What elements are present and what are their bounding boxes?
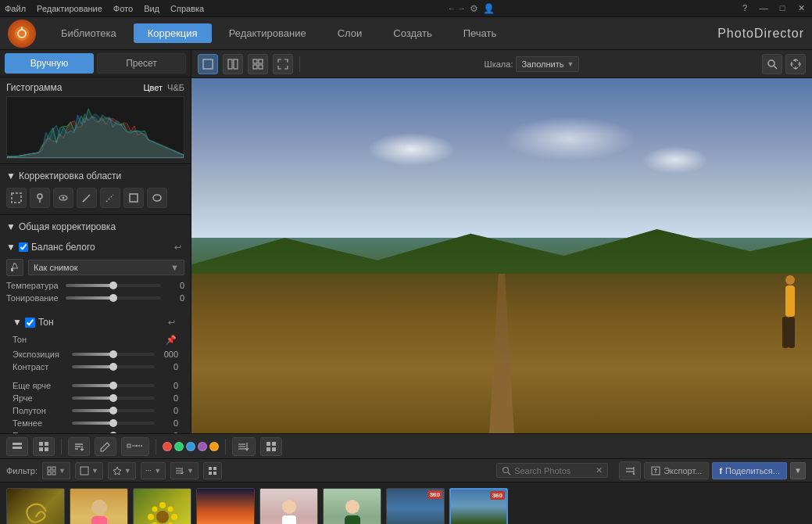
- menu-file[interactable]: Файл: [5, 4, 26, 13]
- view-fullscreen-btn[interactable]: [273, 54, 293, 74]
- corr-tool-brush[interactable]: [30, 188, 50, 208]
- thumb-girl1[interactable]: [70, 488, 128, 525]
- scale-label: Шкала:: [485, 59, 513, 69]
- close-btn[interactable]: ✕: [795, 3, 807, 13]
- tone-header[interactable]: ▼ Тон ↩: [13, 312, 178, 332]
- search-box[interactable]: ✕: [496, 463, 608, 478]
- corr-tool-pen2[interactable]: [100, 188, 120, 208]
- corr-tool-rect[interactable]: [123, 188, 144, 208]
- tab-preset[interactable]: Пресет: [97, 53, 186, 74]
- svg-point-75: [282, 500, 296, 514]
- histogram-mode-bw[interactable]: Ч&Б: [167, 83, 184, 92]
- tone-toggle[interactable]: [25, 318, 35, 328]
- filter-btn2[interactable]: [121, 437, 149, 456]
- svg-rect-33: [39, 447, 43, 451]
- general-header[interactable]: ▼ Общая корректировка: [6, 218, 184, 235]
- contrast-slider[interactable]: [72, 365, 155, 368]
- thumb-panorama[interactable]: 360: [449, 488, 508, 525]
- tab-layers[interactable]: Слои: [324, 23, 377, 43]
- thumb-woman[interactable]: [323, 488, 381, 525]
- export-btn[interactable]: Экспорт...: [644, 462, 709, 479]
- minimize-btn[interactable]: —: [757, 3, 770, 13]
- tab-correction[interactable]: Коррекция: [134, 23, 212, 43]
- svg-rect-78: [345, 515, 360, 525]
- maximize-btn[interactable]: □: [776, 3, 789, 13]
- search-clear-icon[interactable]: ✕: [596, 465, 603, 476]
- tab-editing[interactable]: Редактирование: [215, 23, 320, 43]
- menu-view[interactable]: Вид: [144, 4, 159, 13]
- dark-slider[interactable]: [72, 422, 155, 425]
- filmstrip-grid-view[interactable]: [33, 437, 55, 456]
- main-image-area[interactable]: [191, 78, 812, 433]
- histogram-canvas: [6, 96, 184, 159]
- search-input[interactable]: [514, 466, 592, 476]
- corr-tool-eye[interactable]: [53, 188, 73, 208]
- thumb-sunset[interactable]: [196, 488, 255, 525]
- menu-help[interactable]: Справка: [170, 4, 204, 13]
- help-btn[interactable]: ?: [739, 3, 751, 13]
- tone-reset[interactable]: ↩: [164, 315, 178, 329]
- wb-eyedropper[interactable]: [6, 259, 23, 276]
- histogram-mode-color[interactable]: Цвет: [143, 83, 163, 92]
- white-balance-toggle[interactable]: [19, 242, 28, 252]
- view-grid-btn[interactable]: [248, 54, 268, 74]
- view-single-btn[interactable]: [198, 54, 218, 74]
- color-dot-green[interactable]: [174, 442, 184, 451]
- area-correction-header[interactable]: ▼ Корректировка области: [6, 167, 184, 185]
- tab-manual[interactable]: Вручную: [5, 53, 94, 74]
- filter-star-btn[interactable]: ▼: [108, 462, 136, 479]
- edit-btn[interactable]: [95, 437, 116, 456]
- svg-rect-3: [12, 193, 21, 203]
- toolbar-sep3: [156, 439, 156, 454]
- white-balance-collapse[interactable]: ▼: [6, 242, 16, 253]
- tab-create[interactable]: Создать: [379, 23, 445, 43]
- tab-print[interactable]: Печать: [449, 23, 511, 43]
- exposure-slider[interactable]: [72, 353, 155, 356]
- scale-select[interactable]: Заполнить ▼: [516, 56, 579, 72]
- tone-collapse[interactable]: ▼: [13, 317, 22, 328]
- color-dot-purple[interactable]: [198, 442, 207, 451]
- thumb-girl2[interactable]: [259, 488, 318, 525]
- corr-tool-ellipse[interactable]: [147, 188, 167, 208]
- color-dot-blue[interactable]: [186, 442, 195, 451]
- view-compare-btn[interactable]: [223, 54, 243, 74]
- thumb-size-btn[interactable]: [260, 437, 282, 456]
- window-controls[interactable]: ? — □ ✕: [739, 3, 807, 13]
- share-dropdown[interactable]: ▼: [790, 462, 806, 479]
- svg-rect-34: [45, 447, 48, 451]
- tone-pin[interactable]: 📌: [164, 332, 178, 346]
- color-dot-red[interactable]: [163, 442, 172, 451]
- menu-photo[interactable]: Фото: [113, 4, 133, 13]
- settings-icon[interactable]: [619, 461, 641, 480]
- thumb-sunflower[interactable]: [133, 488, 191, 525]
- toolbar-sep: [299, 56, 300, 72]
- color-dot-yellow[interactable]: [209, 442, 219, 451]
- thumb-spiral[interactable]: [6, 488, 65, 525]
- wb-preset-select[interactable]: Как снимок ▼: [28, 260, 184, 275]
- white-balance-reset[interactable]: ↩: [170, 240, 184, 254]
- corr-tool-select[interactable]: [6, 188, 27, 208]
- white-balance-title: Баланс белого: [31, 242, 95, 253]
- filter-more-btn[interactable]: ··· ▼: [141, 462, 166, 479]
- menu-edit[interactable]: Редактирование: [37, 4, 102, 13]
- share-btn[interactable]: f Поделиться...: [712, 462, 787, 479]
- menu-bar[interactable]: Файл Редактирование Фото Вид Справка: [5, 4, 204, 13]
- brighter-slider[interactable]: [72, 384, 155, 387]
- filter-flag-btn[interactable]: ▼: [75, 462, 103, 479]
- temp-slider[interactable]: [66, 284, 161, 287]
- midtone-slider[interactable]: [72, 409, 155, 412]
- filter-sort-btn[interactable]: ▼: [170, 462, 199, 479]
- filter-type-btn[interactable]: ▼: [42, 462, 70, 479]
- image-toolbar: Шкала: Заполнить ▼: [191, 50, 812, 78]
- thumb-landscape[interactable]: 360: [386, 488, 445, 525]
- bright-slider[interactable]: [72, 397, 155, 400]
- filmstrip-list-view[interactable]: [6, 437, 28, 456]
- filter-grid-btn2[interactable]: [203, 462, 222, 479]
- zoom-tool[interactable]: [762, 54, 782, 74]
- corr-tool-pen1[interactable]: [77, 188, 97, 208]
- sort-btn[interactable]: [68, 437, 90, 456]
- sort-order-btn[interactable]: [232, 437, 256, 456]
- tab-library[interactable]: Библиотека: [47, 23, 131, 43]
- pan-tool[interactable]: [785, 54, 806, 74]
- tone-slider[interactable]: [66, 296, 161, 300]
